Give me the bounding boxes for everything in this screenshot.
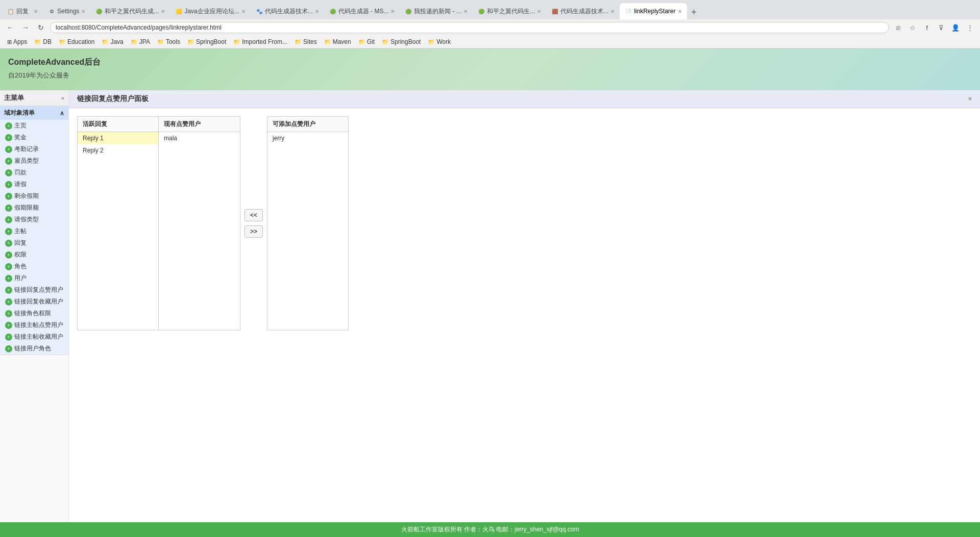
content-header: 链接回复点赞用户面板 × bbox=[69, 90, 980, 108]
sidebar-section-header[interactable]: 域对象清单 ∧ bbox=[0, 106, 68, 120]
sidebar-item-icon: + bbox=[5, 146, 12, 153]
bookmark-icon: 📁 bbox=[34, 39, 41, 45]
browser-tab-10[interactable]: 📄 linkReplyStarer ✕ bbox=[620, 3, 687, 19]
bookmark-item-sites[interactable]: 📁Sites bbox=[291, 37, 320, 46]
address-input[interactable] bbox=[50, 22, 889, 33]
bookmark-icon: 📁 bbox=[358, 39, 365, 45]
sidebar-toggle[interactable]: « bbox=[61, 95, 64, 101]
bookmark-item-springboot[interactable]: 📁SpringBoot bbox=[184, 37, 229, 46]
tab-close-button[interactable]: ✕ bbox=[678, 9, 682, 14]
sidebar-item[interactable]: +链接回复收藏用户 bbox=[0, 296, 68, 308]
sidebar-item[interactable]: +链接用户角色 bbox=[0, 343, 68, 354]
filter-button[interactable]: ⊽ bbox=[935, 21, 947, 34]
bookmark-item-imported-from[interactable]: 📁Imported From... bbox=[230, 37, 290, 46]
sidebar-item[interactable]: +回复 bbox=[0, 237, 68, 249]
sidebar-item[interactable]: +雇员类型 bbox=[0, 155, 68, 167]
bookmark-item-git[interactable]: 📁Git bbox=[355, 37, 378, 46]
sidebar-section-label: 域对象清单 bbox=[4, 109, 35, 117]
sidebar-item[interactable]: +链接回复点赞用户 bbox=[0, 284, 68, 296]
sidebar-item[interactable]: +角色 bbox=[0, 261, 68, 272]
facebook-button[interactable]: f bbox=[921, 21, 933, 34]
bookmark-item-maven[interactable]: 📁Maven bbox=[321, 37, 354, 46]
new-tab-button[interactable]: + bbox=[687, 5, 701, 19]
tab-favicon: 🐾 bbox=[256, 8, 263, 15]
sidebar-item[interactable]: +剩余假期 bbox=[0, 190, 68, 202]
move-right-button[interactable]: >> bbox=[244, 225, 263, 238]
bookmark-label: Sites bbox=[303, 38, 317, 45]
browser-tab-5[interactable]: 🐾 代码生成器技术... ✕ bbox=[251, 3, 324, 19]
tab-close-button[interactable]: ✕ bbox=[161, 9, 165, 14]
sidebar-section-toggle[interactable]: ∧ bbox=[60, 110, 64, 117]
bookmark-icon: 📁 bbox=[295, 39, 302, 45]
reload-button[interactable]: ↻ bbox=[35, 21, 47, 34]
main-layout: 主菜单 « 域对象清单 ∧ +主页+奖金+考勤记录+雇员类型+罚款+请假+剩余假… bbox=[0, 90, 980, 537]
tab-close-button[interactable]: ✕ bbox=[81, 9, 85, 14]
sidebar-main-menu-label: 主菜单 bbox=[4, 93, 24, 103]
panel-item[interactable]: Reply 1 bbox=[78, 132, 158, 144]
browser-tab-9[interactable]: 🟫 代码生成器技术... ✕ bbox=[546, 3, 620, 19]
bookmark-button[interactable]: ☆ bbox=[906, 21, 919, 34]
browser-tab-1[interactable]: 📋 回复 ✕ bbox=[2, 3, 43, 19]
tab-title: 代码生成器技术... bbox=[560, 7, 608, 16]
sidebar-item[interactable]: +用户 bbox=[0, 272, 68, 284]
tab-close-button[interactable]: ✕ bbox=[315, 9, 319, 14]
bookmark-label: Tools bbox=[166, 38, 180, 45]
tab-favicon: 📋 bbox=[7, 8, 14, 15]
sidebar-item[interactable]: +罚款 bbox=[0, 167, 68, 178]
sidebar-item-label: 奖金 bbox=[14, 133, 27, 142]
browser-tab-6[interactable]: 🟢 代码生成器 - MS... ✕ bbox=[324, 3, 400, 19]
bookmark-item-jpa[interactable]: 📁JPA bbox=[128, 37, 153, 46]
sidebar-item[interactable]: +请假类型 bbox=[0, 214, 68, 225]
bookmark-item-apps[interactable]: ⊞Apps bbox=[4, 37, 30, 46]
sidebar-item-icon: + bbox=[5, 216, 12, 223]
tab-close-button[interactable]: ✕ bbox=[34, 9, 38, 14]
sidebar-item[interactable]: +考勤记录 bbox=[0, 143, 68, 155]
sidebar-item-icon: + bbox=[5, 181, 12, 188]
sidebar-item[interactable]: +奖金 bbox=[0, 132, 68, 143]
forward-button[interactable]: → bbox=[19, 21, 32, 34]
browser-tab-4[interactable]: 🟨 Java企业应用论坛... ✕ bbox=[170, 3, 250, 19]
bookmark-item-work[interactable]: 📁Work bbox=[425, 37, 454, 46]
panel-item[interactable]: mala bbox=[159, 132, 240, 144]
sidebar-item[interactable]: +权限 bbox=[0, 249, 68, 261]
profile-button[interactable]: 👤 bbox=[949, 21, 962, 34]
browser-tab-2[interactable]: ⚙ Settings ✕ bbox=[43, 3, 90, 19]
sidebar-item[interactable]: +链接主帖收藏用户 bbox=[0, 331, 68, 343]
sidebar-item[interactable]: +请假 bbox=[0, 178, 68, 190]
bookmark-item-tools[interactable]: 📁Tools bbox=[154, 37, 183, 46]
panel-active-reply: 活跃回复 Reply 1Reply 2 bbox=[77, 116, 159, 330]
bookmark-icon: 📁 bbox=[382, 39, 389, 45]
back-button[interactable]: ← bbox=[4, 21, 16, 34]
sidebar-item-label: 链接回复收藏用户 bbox=[14, 297, 63, 306]
sidebar-item[interactable]: +主页 bbox=[0, 120, 68, 132]
menu-button[interactable]: ⋮ bbox=[964, 21, 976, 34]
tab-close-button[interactable]: ✕ bbox=[537, 9, 541, 14]
content-header-close[interactable]: × bbox=[968, 95, 972, 103]
move-left-button[interactable]: << bbox=[244, 209, 263, 221]
panel-controls: << >> bbox=[240, 116, 267, 330]
browser-tab-8[interactable]: 🟢 和平之翼代码生... ✕ bbox=[473, 3, 546, 19]
browser-tab-7[interactable]: 🟢 我投递的新闻 - ... ✕ bbox=[400, 3, 473, 19]
page-subtitle: 自2019年为公众服务 bbox=[8, 71, 972, 80]
browser-tab-3[interactable]: 🟢 和平之翼代码生成... ✕ bbox=[90, 3, 170, 19]
sidebar-item-label: 请假 bbox=[14, 180, 27, 189]
tab-close-button[interactable]: ✕ bbox=[463, 9, 468, 14]
bookmark-item-education[interactable]: 📁Education bbox=[56, 37, 97, 46]
bookmark-icon: 📁 bbox=[187, 39, 194, 45]
tab-close-button[interactable]: ✕ bbox=[390, 9, 395, 14]
sidebar-item[interactable]: +链接主帖点赞用户 bbox=[0, 319, 68, 331]
tab-close-button[interactable]: ✕ bbox=[610, 9, 615, 14]
page-title: CompleteAdvanced后台 bbox=[8, 57, 972, 68]
bookmark-item-db[interactable]: 📁DB bbox=[31, 37, 55, 46]
bookmark-item-springboot[interactable]: 📁SpringBoot bbox=[379, 37, 424, 46]
tab-close-button[interactable]: ✕ bbox=[241, 9, 246, 14]
panel-item[interactable]: jerry bbox=[267, 132, 348, 144]
bookmark-item-java[interactable]: 📁Java bbox=[99, 37, 126, 46]
bookmark-label: SpringBoot bbox=[196, 38, 226, 45]
panel-item[interactable]: Reply 2 bbox=[78, 144, 158, 157]
sidebar-item[interactable]: +假期限额 bbox=[0, 202, 68, 214]
sidebar-item[interactable]: +链接角色权限 bbox=[0, 308, 68, 319]
bookmark-label: Imported From... bbox=[242, 38, 287, 45]
sidebar-item[interactable]: +主帖 bbox=[0, 225, 68, 237]
cast-button[interactable]: ⎚ bbox=[892, 21, 904, 34]
